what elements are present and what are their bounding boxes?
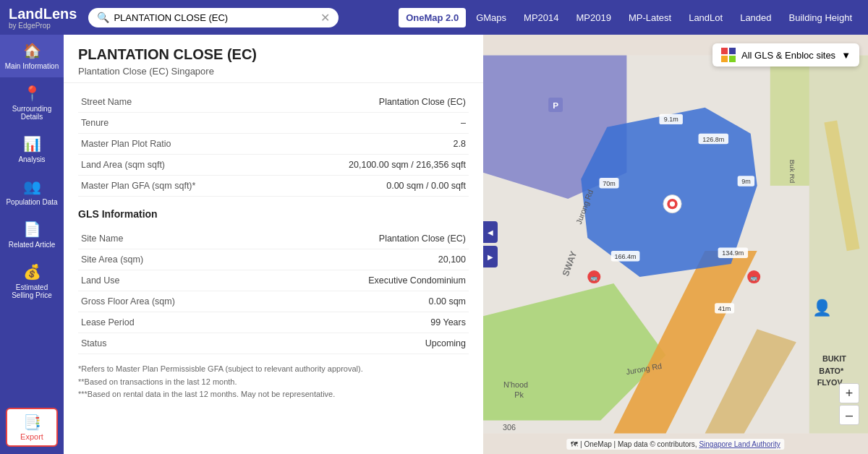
table-row: Street Name Plantation Close (EC) bbox=[78, 92, 469, 113]
search-input[interactable] bbox=[114, 12, 316, 23]
svg-text:70m: 70m bbox=[603, 180, 616, 187]
panel-collapse-button[interactable]: ◀ bbox=[483, 221, 498, 243]
nav-tab-mp-latest[interactable]: MP-Latest bbox=[621, 8, 678, 27]
table-row: Gross Floor Area (sqm) 0.00 sqm bbox=[78, 291, 469, 312]
sidebar-item-label: Estimated Selling Price bbox=[4, 283, 59, 299]
sidebar-item-label: Surrounding Details bbox=[4, 105, 59, 121]
content-body[interactable]: Street Name Plantation Close (EC) Tenure… bbox=[64, 83, 483, 454]
panel-expand-button[interactable]: ▶ bbox=[483, 246, 498, 267]
sidebar-item-surrounding-details[interactable]: 📍 Surrounding Details bbox=[0, 77, 64, 128]
gls-info-table: Site Name Plantation Close (EC) Site Are… bbox=[78, 228, 469, 354]
nav-tab-mp2014[interactable]: MP2014 bbox=[516, 8, 566, 27]
svg-rect-1 bbox=[729, 48, 736, 54]
svg-rect-0 bbox=[721, 48, 728, 54]
svg-text:👤: 👤 bbox=[812, 298, 833, 317]
table-row: Land Area (sqm sqft) 20,100.00 sqm / 216… bbox=[78, 155, 469, 176]
svg-text:306: 306 bbox=[503, 423, 516, 432]
field-label: Site Name bbox=[78, 228, 293, 249]
svg-text:BATO*: BATO* bbox=[819, 367, 844, 375]
field-value: Upcoming bbox=[293, 333, 469, 354]
map-area[interactable]: ◀ ▶ All GLS & Enbloc sites ▼ bbox=[483, 35, 868, 454]
svg-text:41m: 41m bbox=[718, 305, 731, 312]
logo-main: LandLens bbox=[9, 6, 77, 22]
zoom-in-button[interactable]: + bbox=[839, 383, 859, 403]
sidebar: 🏠 Main Information 📍 Surrounding Details… bbox=[0, 35, 64, 454]
field-value: 2.8 bbox=[293, 134, 469, 155]
export-label: Export bbox=[20, 432, 43, 441]
field-value: – bbox=[293, 113, 469, 134]
field-value: 0.00 sqm / 0.00 sqft bbox=[293, 176, 469, 197]
nav-tab-onemap[interactable]: OneMap 2.0 bbox=[399, 8, 466, 27]
footnote-3: ***Based on rental data in the last 12 m… bbox=[78, 388, 469, 401]
attribution-link[interactable]: Singapore Land Authority bbox=[699, 440, 780, 448]
field-label: Master Plan Plot Ratio bbox=[78, 134, 293, 155]
sidebar-item-related-article[interactable]: 📄 Related Article bbox=[0, 213, 64, 256]
svg-point-29 bbox=[670, 201, 675, 206]
nav-tab-mp2019[interactable]: MP2019 bbox=[569, 8, 618, 27]
nav-tab-landlot[interactable]: LandLot bbox=[681, 8, 730, 27]
field-label: Gross Floor Area (sqm) bbox=[78, 291, 293, 312]
nav-tabs: OneMap 2.0 GMaps MP2014 MP2019 MP-Latest… bbox=[399, 8, 859, 27]
footnote-1: *Refers to Master Plan Permissisble GFA … bbox=[78, 363, 469, 376]
sidebar-item-analysis[interactable]: 📊 Analysis bbox=[0, 128, 64, 171]
search-clear-icon[interactable]: ✕ bbox=[320, 11, 330, 25]
field-label: Master Plan GFA (sqm sqft)* bbox=[78, 176, 293, 197]
footnote-2: **Based on transactions in the last 12 m… bbox=[78, 376, 469, 389]
svg-text:P: P bbox=[553, 100, 558, 110]
svg-text:134.9m: 134.9m bbox=[722, 249, 744, 257]
table-row: Master Plan Plot Ratio 2.8 bbox=[78, 134, 469, 155]
field-value: Executive Condominium bbox=[293, 270, 469, 291]
table-row: Master Plan GFA (sqm sqft)* 0.00 sqm / 0… bbox=[78, 176, 469, 197]
map-svg: 9.1m 126.8m 70m 9m 166.4m 134.9m 41m bbox=[483, 35, 868, 454]
footnotes: *Refers to Master Plan Permissisble GFA … bbox=[78, 363, 469, 401]
table-row: Site Area (sqm) 20,100 bbox=[78, 249, 469, 270]
gls-icon bbox=[721, 48, 736, 62]
content-header: PLANTATION CLOSE (EC) Plantation Close (… bbox=[64, 35, 483, 83]
sidebar-item-population-data[interactable]: 👥 Population Data bbox=[0, 171, 64, 213]
table-row: Lease Period 99 Years bbox=[78, 312, 469, 333]
analysis-icon: 📊 bbox=[23, 135, 41, 153]
table-row: Tenure – bbox=[78, 113, 469, 134]
field-label: Lease Period bbox=[78, 312, 293, 333]
sidebar-item-label: Related Article bbox=[9, 241, 55, 249]
field-value: 99 Years bbox=[293, 312, 469, 333]
top-navigation: LandLens by EdgeProp 🔍 ✕ OneMap 2.0 GMap… bbox=[0, 0, 868, 35]
nav-tab-building-height[interactable]: Building Height bbox=[782, 8, 859, 27]
sidebar-item-main-information[interactable]: 🏠 Main Information bbox=[0, 35, 64, 77]
svg-rect-2 bbox=[721, 56, 728, 62]
info-table: Street Name Plantation Close (EC) Tenure… bbox=[78, 92, 469, 197]
field-label: Land Use bbox=[78, 270, 293, 291]
gls-section-title: GLS Information bbox=[78, 208, 469, 220]
sidebar-item-estimated-selling-price[interactable]: 💰 Estimated Selling Price bbox=[0, 256, 64, 307]
main-info-icon: 🏠 bbox=[23, 42, 41, 59]
nav-tab-landed[interactable]: Landed bbox=[733, 8, 778, 27]
zoom-out-button[interactable]: – bbox=[839, 405, 859, 425]
sidebar-item-label: Main Information bbox=[5, 62, 59, 70]
gls-dropdown[interactable]: All GLS & Enbloc sites ▼ bbox=[712, 43, 859, 67]
sidebar-item-label: Population Data bbox=[6, 198, 57, 206]
field-label: Land Area (sqm sqft) bbox=[78, 155, 293, 176]
svg-text:🚌: 🚌 bbox=[750, 274, 758, 282]
logo: LandLens by EdgeProp bbox=[9, 6, 77, 30]
svg-text:N'hood: N'hood bbox=[503, 380, 528, 389]
svg-text:9m: 9m bbox=[741, 178, 751, 185]
svg-text:BUKIT: BUKIT bbox=[822, 354, 846, 363]
field-value: 20,100 bbox=[293, 249, 469, 270]
svg-text:9.1m: 9.1m bbox=[664, 116, 678, 123]
logo-sub: by EdgeProp bbox=[9, 22, 77, 30]
gls-dropdown-label: All GLS & Enbloc sites bbox=[741, 50, 835, 61]
field-label: Status bbox=[78, 333, 293, 354]
svg-text:166.4m: 166.4m bbox=[615, 253, 637, 260]
field-label: Site Area (sqm) bbox=[78, 249, 293, 270]
price-icon: 💰 bbox=[23, 263, 41, 280]
table-row: Status Upcoming bbox=[78, 333, 469, 354]
surrounding-icon: 📍 bbox=[23, 85, 41, 102]
svg-text:🚌: 🚌 bbox=[590, 274, 598, 282]
nav-tab-gmaps[interactable]: GMaps bbox=[469, 8, 514, 27]
field-label: Street Name bbox=[78, 92, 293, 113]
population-icon: 👥 bbox=[23, 178, 41, 195]
export-button[interactable]: 📑 Export bbox=[6, 408, 58, 447]
map-zoom-controls: + – bbox=[839, 383, 859, 425]
field-label: Tenure bbox=[78, 113, 293, 134]
svg-rect-10 bbox=[809, 56, 868, 434]
